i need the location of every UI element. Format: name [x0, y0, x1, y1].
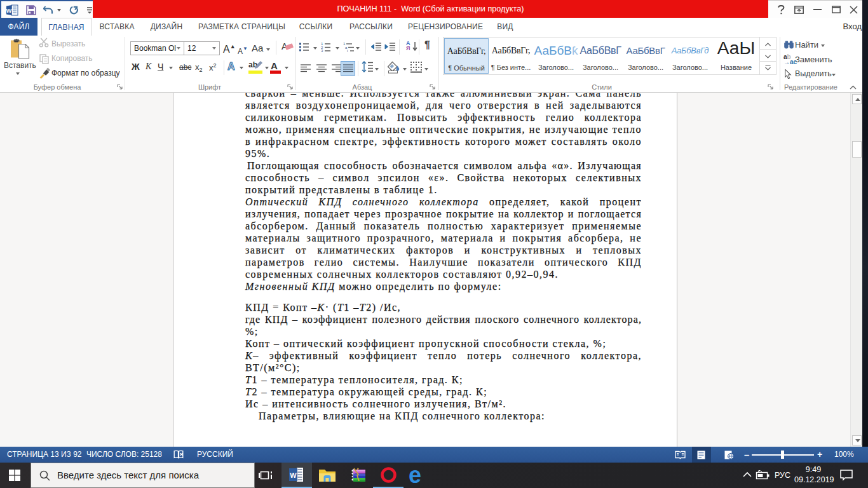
svg-text:W: W: [6, 8, 12, 14]
svg-text:i: i: [347, 49, 348, 52]
svg-text:W: W: [290, 471, 297, 479]
svg-text:3: 3: [321, 49, 323, 52]
